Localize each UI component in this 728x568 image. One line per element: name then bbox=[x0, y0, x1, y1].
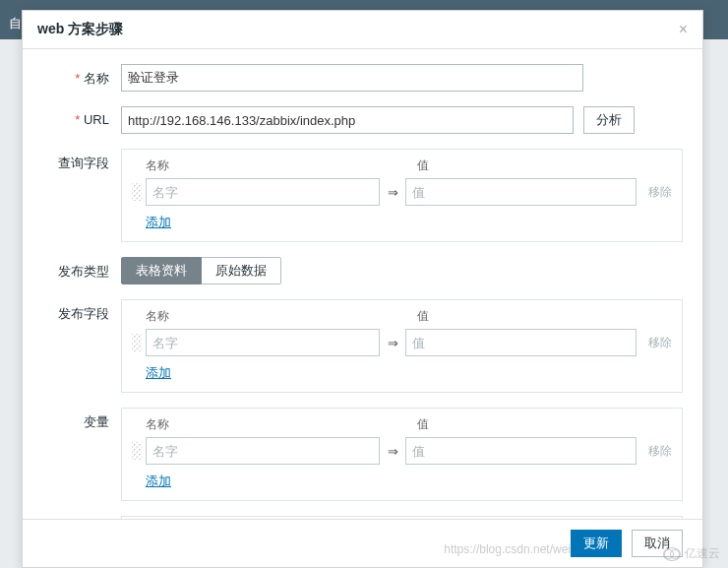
label-name: 名称 bbox=[42, 64, 121, 88]
label-post-fields: 发布字段 bbox=[42, 299, 121, 323]
arrow-icon: ⇒ bbox=[380, 336, 405, 350]
web-step-modal: web 方案步骤 × 名称 URL 分析 查询字段 名称 值 bbox=[22, 10, 703, 568]
post-type-segmented: 表格资料 原始数据 bbox=[121, 257, 683, 284]
post-value-input[interactable] bbox=[405, 329, 637, 356]
update-button[interactable]: 更新 bbox=[571, 530, 622, 557]
watermark-logo-icon bbox=[663, 547, 681, 561]
var-value-input[interactable] bbox=[405, 437, 637, 465]
label-post-type: 发布类型 bbox=[42, 257, 121, 281]
label-query: 查询字段 bbox=[42, 149, 121, 172]
modal-title: web 方案步骤 bbox=[37, 21, 123, 38]
remove-button[interactable]: 移除 bbox=[648, 335, 672, 351]
modal-header: web 方案步骤 × bbox=[23, 11, 702, 49]
remove-button[interactable]: 移除 bbox=[648, 184, 672, 201]
col-header-value: 值 bbox=[417, 308, 672, 325]
top-bar-text: 自 bbox=[9, 15, 22, 32]
post-fields-block: 名称 值 ⇒ 移除 添加 bbox=[121, 299, 683, 393]
variables-block: 名称 值 ⇒ 移除 添加 bbox=[121, 408, 683, 501]
drag-handle-icon[interactable] bbox=[132, 442, 142, 460]
arrow-icon: ⇒ bbox=[380, 185, 405, 200]
watermark-text: 亿速云 bbox=[685, 545, 720, 562]
watermark: 亿速云 bbox=[663, 545, 720, 562]
seg-form-data[interactable]: 表格资料 bbox=[121, 257, 202, 284]
col-header-name: 名称 bbox=[146, 158, 388, 174]
modal-footer: 更新 取消 bbox=[23, 519, 702, 567]
kv-row: ⇒ 移除 bbox=[132, 329, 672, 356]
close-icon[interactable]: × bbox=[679, 21, 688, 38]
add-query-button[interactable]: 添加 bbox=[146, 214, 171, 231]
analyze-button[interactable]: 分析 bbox=[583, 106, 635, 134]
modal-body: 名称 URL 分析 查询字段 名称 值 ⇒ bbox=[23, 49, 702, 519]
kv-row: ⇒ 移除 bbox=[132, 437, 672, 465]
remove-button[interactable]: 移除 bbox=[648, 443, 672, 460]
add-post-button[interactable]: 添加 bbox=[146, 364, 171, 382]
col-header-name: 名称 bbox=[146, 308, 388, 325]
arrow-icon: ⇒ bbox=[380, 444, 405, 459]
query-name-input[interactable] bbox=[146, 178, 380, 206]
query-value-input[interactable] bbox=[405, 178, 637, 206]
watermark-url: https://blog.csdn.net/wei bbox=[444, 542, 571, 556]
drag-handle-icon[interactable] bbox=[132, 183, 142, 201]
col-header-value: 值 bbox=[417, 158, 672, 174]
col-header-name: 名称 bbox=[146, 416, 388, 433]
var-name-input[interactable] bbox=[146, 437, 380, 465]
post-name-input[interactable] bbox=[146, 329, 380, 356]
url-input[interactable] bbox=[121, 106, 574, 134]
label-variables: 变量 bbox=[42, 408, 121, 431]
name-input[interactable] bbox=[121, 64, 583, 92]
drag-handle-icon[interactable] bbox=[132, 334, 142, 351]
col-header-value: 值 bbox=[417, 416, 672, 433]
seg-raw-data[interactable]: 原始数据 bbox=[202, 257, 281, 284]
query-fields-block: 名称 值 ⇒ 移除 添加 bbox=[121, 149, 683, 242]
add-var-button[interactable]: 添加 bbox=[146, 473, 171, 490]
label-url: URL bbox=[42, 106, 121, 127]
kv-row: ⇒ 移除 bbox=[132, 178, 672, 206]
